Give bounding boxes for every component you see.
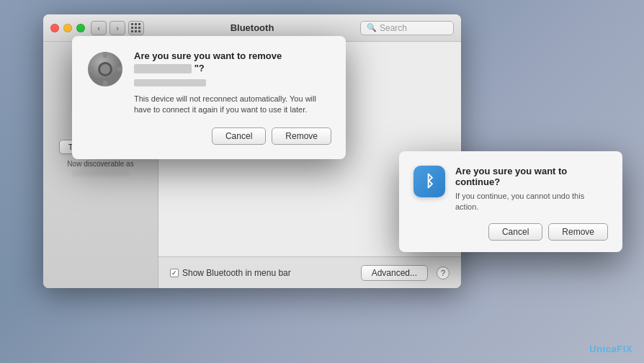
continue-dialog-inner: ᛒ Are you sure you want to continue? If … — [413, 166, 608, 241]
traffic-lights — [50, 24, 85, 32]
continue-message: If you continue, you cannot undo this ac… — [455, 191, 608, 213]
help-button[interactable]: ? — [437, 266, 450, 279]
discoverable-label: Now discoverable as — [67, 160, 133, 168]
close-button[interactable] — [50, 24, 59, 32]
svg-rect-4 — [103, 81, 107, 86]
device-name-redacted — [72, 171, 130, 176]
svg-rect-5 — [88, 67, 94, 71]
dialog-remove-cancel-button[interactable]: Cancel — [212, 127, 266, 145]
show-in-menu-bar-label: Show Bluetooth in menu bar — [182, 268, 291, 278]
dialog-remove-body: Are you sure you want to remove "? This … — [134, 50, 331, 145]
gear-icon — [86, 50, 124, 88]
bluetooth-symbol-medium: ᛒ — [425, 172, 434, 191]
dialog-remove-buttons: Cancel Remove — [134, 127, 331, 145]
continue-title: Are you sure you want to continue? — [455, 166, 608, 187]
remove-device-dialog: Are you sure you want to remove "? This … — [72, 36, 346, 159]
continue-remove-button[interactable]: Remove — [548, 223, 608, 241]
bluetooth-icon-medium: ᛒ — [413, 166, 445, 197]
continue-cancel-button[interactable]: Cancel — [488, 223, 542, 241]
back-button[interactable]: ‹ — [91, 21, 107, 35]
svg-rect-3 — [103, 52, 107, 58]
continue-body: Are you sure you want to continue? If yo… — [455, 166, 608, 241]
show-in-menu-bar-checkbox[interactable]: ✓ — [170, 269, 179, 277]
dialog-remove-title: Are you sure you want to remove "? — [134, 50, 331, 75]
advanced-button[interactable]: Advanced... — [361, 265, 428, 281]
show-in-menu-bar-area[interactable]: ✓ Show Bluetooth in menu bar — [170, 268, 291, 278]
continue-buttons: Cancel Remove — [455, 223, 608, 241]
watermark-prefix: U — [589, 344, 596, 354]
dialog-remove-confirm-button[interactable]: Remove — [272, 127, 331, 145]
watermark-suffix: FIX — [617, 344, 632, 354]
maximize-button[interactable] — [76, 24, 85, 32]
bottom-bar: ✓ Show Bluetooth in menu bar Advanced...… — [158, 256, 461, 288]
window-title: Bluetooth — [231, 22, 274, 33]
minimize-button[interactable] — [63, 24, 72, 32]
watermark-highlight: nica — [596, 344, 617, 354]
watermark: UnicaFIX — [589, 344, 632, 354]
dialog-remove-message: This device will not reconnect automatic… — [134, 94, 331, 116]
nav-buttons: ‹ › — [91, 21, 125, 35]
search-bar[interactable]: 🔍 Search — [360, 21, 454, 35]
dialog-remove-inner: Are you sure you want to remove "? This … — [86, 50, 331, 145]
dialog-remove-subtitle-redacted — [134, 79, 206, 86]
apps-grid-button[interactable] — [128, 21, 144, 35]
continue-dialog: ᛒ Are you sure you want to continue? If … — [399, 151, 622, 252]
search-icon: 🔍 — [367, 23, 377, 32]
device-name-redacted-1 — [134, 64, 192, 73]
forward-button[interactable]: › — [109, 21, 125, 35]
svg-rect-6 — [117, 67, 122, 71]
search-placeholder: Search — [380, 23, 407, 33]
svg-point-2 — [100, 64, 110, 74]
